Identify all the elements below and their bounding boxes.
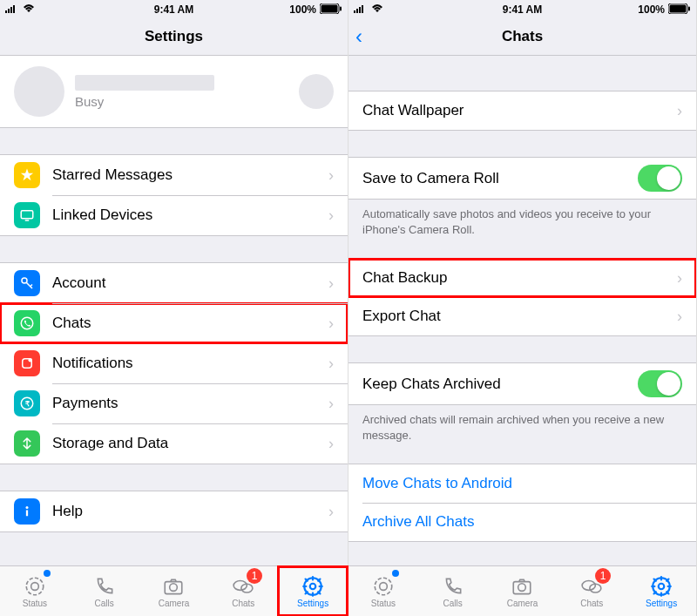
footnote-keep-archived: Archived chats will remain archived when… (348, 405, 696, 453)
row-chats[interactable]: Chats › (0, 303, 348, 343)
row-save-camera-roll[interactable]: Save to Camera Roll (348, 158, 696, 199)
row-linked-devices[interactable]: Linked Devices › (0, 195, 348, 235)
tab-chats[interactable]: 1 Chats (557, 566, 626, 616)
svg-point-10 (21, 317, 33, 329)
tab-camera[interactable]: Camera (488, 566, 558, 616)
row-chat-backup[interactable]: Chat Backup › (348, 259, 696, 297)
svg-point-16 (26, 506, 29, 509)
chevron-right-icon: › (328, 274, 334, 293)
row-chat-wallpaper[interactable]: Chat Wallpaper › (348, 91, 696, 130)
battery-icon (320, 3, 342, 17)
chats-settings-screen: 9:41 AM 100% ‹ Chats Chat Wallpaper › Sa… (348, 0, 697, 616)
svg-point-23 (310, 583, 316, 589)
svg-rect-2 (10, 7, 12, 13)
svg-rect-5 (321, 4, 338, 12)
tab-bar: Status Calls Camera 1 Chats Settings (348, 565, 696, 616)
devices-icon (14, 202, 40, 228)
tab-bar: Status Calls Camera 1 Chats Settings (0, 565, 348, 616)
svg-rect-25 (354, 10, 355, 13)
status-bar: 9:41 AM 100% (348, 0, 696, 17)
settings-screen: 9:41 AM 100% Settings Busy Starred Messa… (0, 0, 348, 616)
nav-title: Chats (502, 28, 543, 45)
footnote-save-roll: Automatically save photos and videos you… (348, 200, 696, 247)
status-bar: 9:41 AM 100% (0, 0, 348, 17)
chevron-right-icon: › (328, 395, 334, 413)
row-export-chat[interactable]: Export Chat › (348, 297, 696, 335)
notifications-icon (14, 350, 40, 376)
back-button[interactable]: ‹ (355, 24, 362, 49)
battery-pct: 100% (289, 3, 316, 16)
tab-chats[interactable]: 1 Chats (208, 566, 278, 616)
status-dot (392, 570, 399, 577)
qr-code-button[interactable] (299, 74, 334, 109)
row-notifications[interactable]: Notifications › (0, 343, 348, 383)
row-storage-data[interactable]: Storage and Data › (0, 423, 348, 464)
profile-name-redacted (75, 75, 214, 91)
nav-bar: ‹ Chats (348, 17, 696, 56)
chats-content[interactable]: Chat Wallpaper › Save to Camera Roll Aut… (348, 56, 696, 565)
svg-text:₹: ₹ (25, 400, 30, 408)
chats-badge: 1 (595, 568, 611, 584)
toggle-save-camera-roll[interactable] (638, 165, 682, 192)
svg-rect-3 (13, 5, 15, 13)
row-move-to-android[interactable]: Move Chats to Android (348, 464, 696, 503)
svg-point-35 (518, 583, 526, 591)
status-time: 9:41 AM (154, 3, 194, 16)
chevron-right-icon: › (328, 503, 334, 521)
svg-point-20 (170, 583, 178, 591)
nav-bar: Settings (0, 17, 348, 56)
storage-icon (14, 430, 40, 457)
tab-settings[interactable]: Settings (278, 566, 348, 616)
tab-status[interactable]: Status (0, 566, 70, 616)
battery-pct: 100% (638, 3, 665, 16)
svg-rect-7 (21, 211, 33, 219)
tab-calls[interactable]: Calls (418, 566, 488, 616)
svg-point-38 (659, 583, 665, 589)
tab-calls[interactable]: Calls (70, 566, 139, 616)
row-payments[interactable]: ₹ Payments › (0, 383, 348, 423)
svg-point-12 (29, 358, 33, 362)
chevron-right-icon: › (328, 166, 334, 185)
chevron-right-icon: › (677, 102, 682, 120)
row-starred-messages[interactable]: Starred Messages › (0, 155, 348, 195)
chevron-right-icon: › (328, 355, 334, 373)
chats-badge: 1 (247, 568, 262, 584)
signal-icon (5, 3, 19, 16)
info-icon (14, 498, 40, 525)
svg-point-21 (233, 580, 247, 590)
svg-point-36 (582, 580, 595, 590)
signal-icon (354, 3, 368, 16)
status-dot (44, 570, 51, 577)
svg-point-9 (22, 278, 27, 283)
svg-rect-30 (670, 4, 687, 12)
wifi-icon (23, 3, 35, 16)
status-time: 9:41 AM (503, 3, 543, 16)
svg-rect-1 (8, 9, 10, 13)
profile-status: Busy (75, 94, 299, 109)
row-archive-all[interactable]: Archive All Chats (348, 503, 696, 541)
svg-rect-6 (340, 6, 342, 10)
row-account[interactable]: Account › (0, 263, 348, 303)
svg-rect-8 (25, 220, 30, 221)
svg-rect-27 (359, 7, 361, 13)
profile-row[interactable]: Busy (0, 56, 348, 128)
svg-rect-0 (5, 10, 7, 13)
row-help[interactable]: Help › (0, 491, 348, 531)
svg-point-32 (375, 578, 392, 595)
chevron-right-icon: › (328, 206, 334, 225)
svg-point-33 (380, 582, 388, 590)
tab-status[interactable]: Status (348, 566, 418, 616)
chevron-right-icon: › (677, 308, 682, 326)
nav-title: Settings (145, 28, 203, 45)
tab-settings[interactable]: Settings (626, 566, 696, 616)
toggle-keep-archived[interactable] (638, 370, 682, 397)
star-icon (14, 162, 40, 188)
svg-rect-28 (362, 5, 363, 13)
avatar[interactable] (14, 66, 64, 117)
svg-rect-15 (26, 511, 28, 517)
settings-content[interactable]: Busy Starred Messages › Linked Devices ›… (0, 56, 348, 565)
row-keep-archived[interactable]: Keep Chats Archived (348, 363, 696, 404)
payments-icon: ₹ (14, 390, 40, 416)
tab-camera[interactable]: Camera (139, 566, 209, 616)
key-icon (14, 270, 40, 296)
